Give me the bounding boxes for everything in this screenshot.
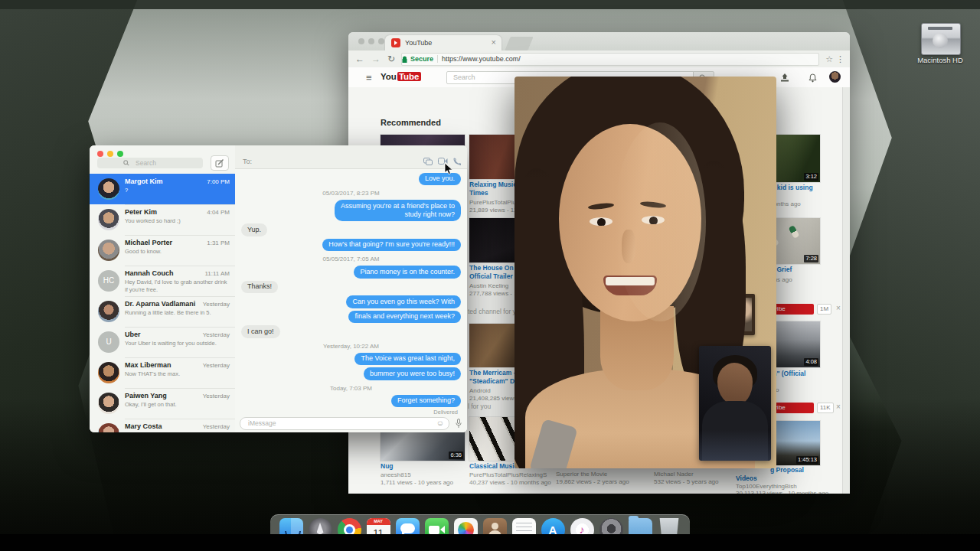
browser-tab[interactable]: YouTube × <box>385 35 501 51</box>
message-bubble-sent: How's that going? I'm sure you're ready!… <box>322 239 461 252</box>
close-button[interactable] <box>97 151 103 157</box>
subscriber-count: 1M <box>817 304 831 315</box>
imessage-input[interactable] <box>247 419 426 428</box>
video-meta-proposal: 30,113,113 views - 10 months ago <box>736 490 828 494</box>
letterbox-bar <box>0 534 980 551</box>
mouse-cursor <box>444 162 453 175</box>
conversation-header: To: <box>235 145 467 169</box>
conversation-name: Mary Costa <box>125 422 162 430</box>
conversation-preview: Hey David, I'd love to grab another drin… <box>125 279 230 293</box>
bookmark-star-icon[interactable]: ☆ <box>825 54 833 64</box>
scrollbar[interactable] <box>842 87 850 494</box>
new-tab-button[interactable] <box>505 37 533 51</box>
avatar <box>98 423 119 432</box>
conversation-preview: ? <box>125 187 230 194</box>
timestamp: Today, 7:03 PM <box>330 385 372 392</box>
dismiss-icon[interactable]: × <box>836 403 841 411</box>
macintosh-hd-icon[interactable] <box>921 23 961 55</box>
conversation-row-max[interactable]: Max Liberman Yesterday Now THAT's the ma… <box>90 357 235 388</box>
search-icon <box>123 160 129 166</box>
delivered-status: Delivered <box>433 409 461 416</box>
messages-window: Margot Kim 7:00 PM ? Peter Kim 4:04 PM Y… <box>90 145 467 432</box>
conversation-time: 1:31 PM <box>207 240 230 246</box>
lock-icon <box>402 56 407 63</box>
self-view-pip[interactable] <box>699 346 771 461</box>
notifications-bell-icon[interactable] <box>808 73 817 83</box>
conversation-row-margot[interactable]: Margot Kim 7:00 PM ? <box>90 174 235 204</box>
video-title-house-2[interactable]: Official Trailer <box>469 272 513 281</box>
messages-search-input[interactable] <box>134 158 198 168</box>
phone-call-icon[interactable] <box>453 158 461 165</box>
conversation-row-michael[interactable]: Michael Porter 1:31 PM Good to know. <box>90 235 235 266</box>
chrome-menu-icon[interactable]: ⋮ <box>836 54 844 64</box>
conversation-row-paiwen[interactable]: Paiwen Yang Yesterday Okay, I'll get on … <box>90 388 235 419</box>
dismiss-icon[interactable]: × <box>836 304 841 312</box>
conversation-row-uber[interactable]: U Uber Yesterday Your Uber is waiting fo… <box>90 327 235 357</box>
self-view-face <box>717 363 753 406</box>
minimize-button[interactable] <box>107 151 113 157</box>
video-channel-house[interactable]: Austin Keeling <box>469 282 508 290</box>
video-channel-nug[interactable]: aneesh815 <box>381 471 411 479</box>
video-title-proposal-2[interactable]: Videos <box>736 474 757 483</box>
video-title-merricam-2[interactable]: "Steadicam" DIY <box>469 377 521 386</box>
video-title-relaxing-2[interactable]: Times <box>469 189 488 197</box>
reload-icon[interactable]: ↻ <box>387 54 395 64</box>
duration-badge: 1:45:13 <box>796 456 818 464</box>
account-avatar[interactable] <box>829 71 841 83</box>
avatar <box>98 178 119 200</box>
duration-badge: 6:36 <box>449 452 463 459</box>
conversation-row-aparna[interactable]: Dr. Aparna Vadlamani Yesterday Running a… <box>90 296 235 327</box>
address-bar[interactable]: Secure https://www.youtube.com/ <box>401 53 819 66</box>
avatar-initials: U <box>98 331 119 353</box>
message-bubble-sent: finals and everything next week? <box>348 311 461 324</box>
conversation-name: Michael Porter <box>125 239 172 246</box>
chrome-minimize-button[interactable] <box>368 38 374 44</box>
video-channel-superior[interactable]: Superior the Movie <box>556 471 607 478</box>
conversation-name: Uber <box>125 331 141 338</box>
recommended-heading: Recommended <box>381 118 441 127</box>
conversation-row-peter[interactable]: Peter Kim 4:04 PM You worked so hard ;) <box>90 204 235 235</box>
imessage-field[interactable]: ☺ <box>240 417 449 430</box>
upload-icon[interactable] <box>780 73 789 82</box>
message-thread: Love you. 05/03/2017, 8:23 PM Assuming y… <box>235 168 467 416</box>
compose-pencil-icon <box>215 158 224 168</box>
video-channel-classical[interactable]: PurePlusTotalPlusRelaxingS <box>469 471 547 479</box>
conversation-preview: Okay, I'll get on that. <box>125 401 230 409</box>
forward-icon[interactable]: → <box>371 54 381 64</box>
conversation-time: 11:11 AM <box>204 270 230 277</box>
hamburger-menu-icon[interactable]: ≡ <box>366 72 372 83</box>
tab-close-icon[interactable]: × <box>492 37 496 47</box>
messages-search-field[interactable] <box>97 158 203 168</box>
conversation-row-hannah[interactable]: HC Hannah Couch 11:11 AM Hey David, I'd … <box>90 266 235 296</box>
conversation-actions <box>423 158 461 165</box>
message-bubble-sent: Piano money is on the counter. <box>354 266 461 279</box>
avatar <box>98 393 119 414</box>
screen-share-icon[interactable] <box>423 158 433 165</box>
avatar <box>98 301 119 322</box>
video-meta-nug: 1,711 views - 10 years ago <box>381 479 453 487</box>
macintosh-hd-label[interactable]: Macintosh HD <box>903 56 977 64</box>
chrome-zoom-button[interactable] <box>378 38 384 44</box>
video-meta-superior: 19,862 views - 2 years ago <box>556 478 629 486</box>
message-bubble-sent: Love you. <box>419 173 461 186</box>
microphone-icon[interactable] <box>456 419 462 429</box>
omnibox-divider <box>437 55 438 63</box>
secure-label: Secure <box>410 55 433 63</box>
zoom-button[interactable] <box>117 151 123 157</box>
chrome-close-button[interactable] <box>358 38 364 44</box>
youtube-logo[interactable]: YouTube <box>381 72 421 81</box>
conversation-preview: That's hilarious. <box>125 432 230 432</box>
timestamp: Yesterday, 10:22 AM <box>323 343 379 350</box>
compose-button[interactable] <box>211 155 229 171</box>
conversation-row-mary[interactable]: Mary Costa Yesterday That's hilarious. <box>90 419 235 432</box>
chrome-toolbar: ← → ↻ Secure https://www.youtube.com/ ☆ … <box>348 51 850 68</box>
video-title-nug[interactable]: Nug <box>381 462 394 471</box>
emoji-icon[interactable]: ☺ <box>436 419 444 427</box>
video-channel-nader[interactable]: Michael Nader <box>654 471 694 478</box>
conversation-time: Yesterday <box>203 393 230 399</box>
video-channel-merricam[interactable]: Android <box>469 387 491 395</box>
to-label: To: <box>243 158 252 165</box>
chrome-tab-bar: YouTube × <box>348 32 850 51</box>
conversation-name: Peter Kim <box>125 208 157 216</box>
back-icon[interactable]: ← <box>355 54 364 64</box>
